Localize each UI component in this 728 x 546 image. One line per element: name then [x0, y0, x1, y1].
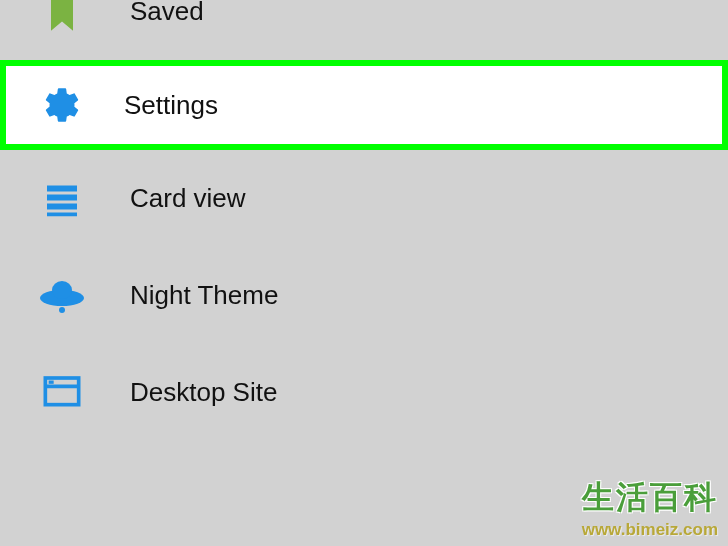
menu-label-saved: Saved: [130, 0, 204, 27]
card-view-icon: [38, 175, 86, 223]
svg-rect-1: [47, 194, 77, 200]
menu-item-card-view[interactable]: Card view: [0, 150, 728, 247]
menu-item-saved[interactable]: Saved: [0, 0, 728, 60]
menu-label-card-view: Card view: [130, 183, 246, 214]
bookmark-icon: [38, 0, 86, 36]
watermark-title: 生活百科: [582, 476, 718, 520]
svg-rect-0: [47, 185, 77, 191]
svg-point-6: [59, 307, 65, 313]
desktop-icon: [38, 369, 86, 417]
menu-item-desktop-site[interactable]: Desktop Site: [0, 344, 728, 441]
gear-icon: [38, 81, 86, 129]
menu-label-desktop-site: Desktop Site: [130, 377, 277, 408]
menu-list: Inbox Saved Settings Card view: [0, 0, 728, 441]
ufo-icon: [38, 272, 86, 320]
menu-label-night-theme: Night Theme: [130, 280, 278, 311]
menu-item-settings[interactable]: Settings: [0, 60, 728, 150]
svg-rect-3: [47, 212, 77, 216]
svg-point-5: [52, 281, 72, 299]
svg-rect-2: [47, 203, 77, 209]
menu-item-night-theme[interactable]: Night Theme: [0, 247, 728, 344]
watermark: 生活百科 www.bimeiz.com: [582, 476, 718, 540]
menu-label-settings: Settings: [124, 90, 218, 121]
svg-rect-9: [49, 380, 54, 383]
watermark-url: www.bimeiz.com: [582, 520, 718, 540]
